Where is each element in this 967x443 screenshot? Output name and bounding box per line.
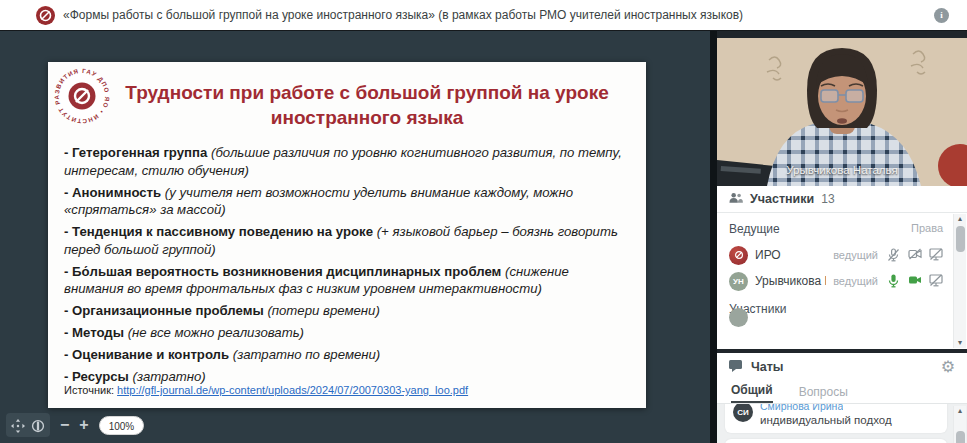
slide-bullet: - Ресурсы (затратно)	[64, 368, 628, 386]
camera-off-icon[interactable]	[908, 248, 922, 262]
chat-panel: Чаты ⚙ Общий Вопросы СИ Смирнова Ирина и…	[717, 353, 967, 443]
participant-name: ИРО	[755, 248, 826, 262]
slide-bullet: - Оценивание и контроль (затратно по вре…	[64, 346, 628, 364]
mic-on-icon[interactable]	[887, 274, 901, 288]
scrollbar-thumb[interactable]	[956, 431, 965, 443]
zoom-out-button[interactable]: −	[60, 413, 69, 437]
participant-role: ведущий	[833, 249, 878, 261]
info-icon[interactable]: i	[934, 8, 949, 23]
chat-tab-questions[interactable]: Вопросы	[799, 385, 848, 403]
participants-header: Участники 13	[717, 186, 967, 213]
webinar-app: «Формы работы с большой группой на уроке…	[0, 0, 967, 443]
participant-row[interactable]: УН Урывчикова Наталья ... ведущий	[729, 268, 943, 294]
scroll-up-icon[interactable]: ▴	[958, 407, 962, 415]
participants-title: Участники	[750, 192, 814, 206]
participants-list: Ведущие Права ИРО ведущий	[717, 213, 967, 316]
participant-row[interactable]: ИРО ведущий	[729, 242, 943, 268]
presentation-area: ГАУ ДПО ЯО • ИНСТИТУТ РАЗВИТИЯ ОБРАЗОВАН…	[0, 31, 710, 443]
source-link[interactable]: http://gfl-journal.de/wp-content/uploads…	[117, 384, 468, 396]
chat-message[interactable]: ПА Поляков Александр 15:10 пассивное пов…	[725, 439, 947, 443]
zoom-toolbar: − + 100%	[6, 413, 144, 437]
participants-scrollbar[interactable]: ▴ ▾	[953, 214, 966, 348]
screenshare-off-icon[interactable]	[929, 274, 943, 288]
mic-off-icon[interactable]	[887, 248, 901, 262]
chat-messages[interactable]: СИ Смирнова Ирина индивидуальный подход …	[717, 404, 967, 443]
webinar-title: «Формы работы с большой группой на уроке…	[63, 0, 743, 31]
chat-icon	[729, 360, 743, 374]
sidebar: Урывчикова Наталья Участники 13 Ведущие …	[717, 31, 967, 443]
avatar: СИ	[733, 404, 753, 422]
participant-role: ведущий	[833, 275, 878, 287]
speaker-video[interactable]: Урывчикова Наталья	[717, 31, 967, 186]
chat-author: Смирнова Ирина	[760, 404, 843, 412]
slide-bullet-list: - Гетерогенная группа (большие различия …	[64, 144, 628, 386]
pan-icon[interactable]	[11, 418, 25, 432]
screenshare-off-icon[interactable]	[929, 248, 943, 262]
panel-divider	[710, 31, 717, 443]
chat-scrollbar[interactable]: ▴ ▾	[953, 406, 966, 443]
slide-bullet: - Методы (не все можно реализовать)	[64, 324, 628, 342]
participants-panel: Участники 13 Ведущие Права ИРО ведущий	[717, 186, 967, 349]
zoom-level-indicator[interactable]: 100%	[99, 416, 145, 435]
scrollbar-thumb[interactable]	[956, 226, 965, 252]
slide-source: Источник: http://gfl-journal.de/wp-conte…	[64, 384, 468, 396]
participant-media-icons	[887, 274, 943, 288]
fit-width-icon[interactable]	[31, 418, 45, 432]
pan-fit-group	[6, 413, 50, 437]
slide-bullet: - Бо́льшая вероятность возникновения дис…	[64, 263, 628, 298]
avatar: УН	[729, 272, 748, 291]
rights-label: Права	[911, 222, 943, 236]
participant-media-icons	[887, 248, 943, 262]
camera-on-icon[interactable]	[908, 274, 922, 288]
chat-tabs: Общий Вопросы	[717, 381, 967, 404]
group-participants: Участники	[729, 302, 943, 316]
group-presenters: Ведущие Права	[729, 222, 943, 236]
chat-header: Чаты ⚙	[717, 353, 967, 381]
slide-title: Трудности при работе с большой группой н…	[124, 80, 610, 130]
participants-count: 13	[821, 192, 834, 206]
slide-bullet: - Анонимность (у учителя нет возможности…	[64, 184, 628, 219]
source-label: Источник:	[64, 384, 114, 396]
slide: ГАУ ДПО ЯО • ИНСТИТУТ РАЗВИТИЯ ОБРАЗОВАН…	[48, 62, 646, 408]
chat-title: Чаты	[751, 360, 933, 374]
avatar	[729, 246, 748, 265]
zoom-in-button[interactable]: +	[79, 413, 88, 437]
chat-tab-general[interactable]: Общий	[731, 383, 773, 403]
speaker-name-overlay: Урывчикова Наталья	[717, 164, 967, 176]
chat-message[interactable]: СИ Смирнова Ирина индивидуальный подход	[725, 404, 947, 433]
slide-bullet: - Гетерогенная группа (большие различия …	[64, 144, 628, 179]
institute-seal-icon: ГАУ ДПО ЯО • ИНСТИТУТ РАЗВИТИЯ ОБРАЗОВАН…	[54, 68, 110, 124]
chat-text: индивидуальный подход	[760, 414, 939, 426]
chat-settings-gear-icon[interactable]: ⚙	[941, 359, 955, 375]
scroll-up-icon[interactable]: ▴	[958, 215, 962, 223]
participants-icon	[729, 192, 743, 206]
slide-bullet: - Организационные проблемы (потери време…	[64, 302, 628, 320]
participant-name: Урывчикова Наталья ...	[755, 274, 826, 288]
top-bar: «Формы работы с большой группой на уроке…	[0, 0, 967, 31]
avatar	[729, 308, 748, 327]
slide-bullet: - Тенденция к пассивному поведению на ур…	[64, 223, 628, 258]
app-logo-icon	[36, 6, 55, 25]
scroll-down-icon[interactable]: ▾	[958, 339, 962, 347]
